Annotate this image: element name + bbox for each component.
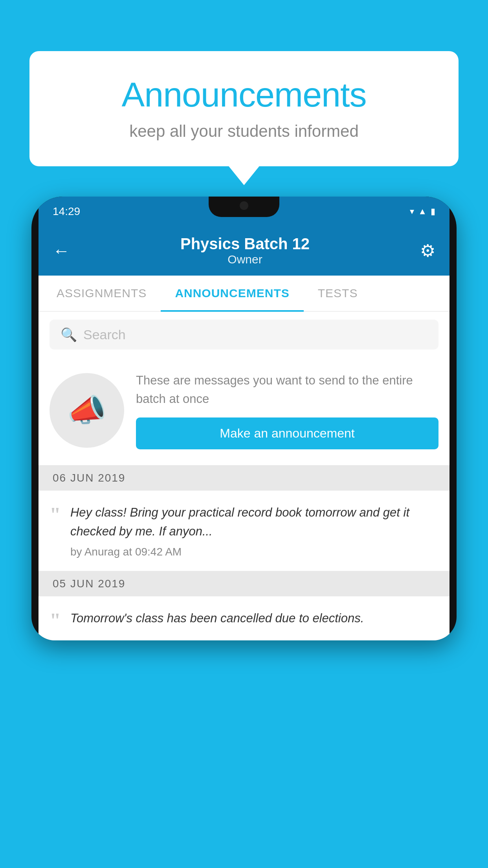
signal-icon: ▲ <box>418 206 427 217</box>
speech-bubble: Announcements keep all your students inf… <box>29 51 459 166</box>
header-subtitle: Owner <box>180 253 310 266</box>
battery-icon: ▮ <box>431 206 435 217</box>
search-bar-wrapper: 🔍 Search <box>39 312 449 357</box>
phone-frame: 14:29 ▾ ▲ ▮ ← Physics Batch 12 Owner ⚙ A… <box>31 197 457 640</box>
announcement-content-1: Hey class! Bring your practical record b… <box>70 503 438 558</box>
megaphone-icon: 📣 <box>67 392 106 429</box>
announcement-text-2: Tomorrow's class has been cancelled due … <box>70 609 438 628</box>
bubble-title: Announcements <box>61 75 427 115</box>
date-header-2: 05 JUN 2019 <box>39 571 449 596</box>
phone-notch <box>209 197 279 217</box>
status-time: 14:29 <box>53 205 80 218</box>
tab-announcements[interactable]: ANNOUNCEMENTS <box>161 276 303 311</box>
gear-icon[interactable]: ⚙ <box>420 241 435 261</box>
make-announcement-button[interactable]: Make an announcement <box>136 417 438 449</box>
status-icons: ▾ ▲ ▮ <box>410 206 435 217</box>
app-header: ← Physics Batch 12 Owner ⚙ <box>39 226 449 276</box>
tab-assignments[interactable]: ASSIGNMENTS <box>42 276 161 311</box>
phone-camera <box>240 201 248 210</box>
speech-bubble-wrapper: Announcements keep all your students inf… <box>29 51 459 166</box>
phone-wrapper: 14:29 ▾ ▲ ▮ ← Physics Batch 12 Owner ⚙ A… <box>31 197 457 868</box>
tab-tests[interactable]: TESTS <box>304 276 372 311</box>
search-icon: 🔍 <box>61 327 77 342</box>
search-bar[interactable]: 🔍 Search <box>50 320 438 349</box>
promo-icon-circle: 📣 <box>50 373 124 448</box>
promo-right: These are messages you want to send to t… <box>136 371 438 449</box>
phone-screen: 🔍 Search 📣 These are messages you want t… <box>39 312 449 640</box>
search-input[interactable]: Search <box>83 327 126 342</box>
announcement-meta-1: by Anurag at 09:42 AM <box>70 546 438 558</box>
quote-icon-1: " <box>50 505 61 525</box>
tabs-bar: ASSIGNMENTS ANNOUNCEMENTS TESTS <box>39 276 449 312</box>
bubble-subtitle: keep all your students informed <box>61 122 427 141</box>
announcement-content-2: Tomorrow's class has been cancelled due … <box>70 609 438 633</box>
date-header-1: 06 JUN 2019 <box>39 465 449 491</box>
announcement-text-1: Hey class! Bring your practical record b… <box>70 503 438 541</box>
wifi-icon: ▾ <box>410 206 414 217</box>
promo-description: These are messages you want to send to t… <box>136 371 438 408</box>
back-button[interactable]: ← <box>53 241 70 261</box>
header-title: Physics Batch 12 <box>180 235 310 253</box>
announcement-item-1: " Hey class! Bring your practical record… <box>39 491 449 571</box>
quote-icon-2: " <box>50 611 61 631</box>
promo-block: 📣 These are messages you want to send to… <box>39 357 449 465</box>
status-bar: 14:29 ▾ ▲ ▮ <box>39 197 449 226</box>
announcement-item-2: " Tomorrow's class has been cancelled du… <box>39 596 449 640</box>
header-center: Physics Batch 12 Owner <box>180 235 310 266</box>
